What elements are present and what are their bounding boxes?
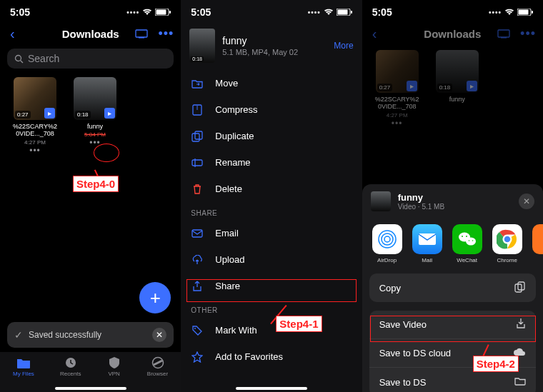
wechat-icon — [452, 224, 482, 254]
signal-dots-icon: •••• — [308, 9, 321, 16]
sheet-header: funny Video · 5.1 MB ✕ — [362, 184, 543, 218]
app-chrome[interactable]: Chrome — [492, 224, 522, 263]
cloud-icon — [513, 348, 526, 358]
action-share[interactable]: Share — [181, 273, 362, 299]
compress-icon — [191, 104, 204, 116]
annotation-line — [94, 169, 102, 184]
search-placeholder: Search — [28, 53, 59, 64]
wifi-icon — [142, 9, 152, 16]
annotation-label: Step4-0 — [73, 176, 119, 192]
check-icon: ✓ — [14, 329, 23, 341]
tab-label: My Files — [13, 371, 34, 377]
rename-icon — [191, 158, 204, 168]
svg-rect-17 — [192, 134, 199, 141]
action-delete[interactable]: Delete — [181, 176, 362, 202]
file-more-icon: ••• — [392, 119, 403, 129]
file-thumbnail: 0:18 — [189, 29, 215, 63]
nav-bar: ‹ Downloads ••• — [0, 21, 181, 46]
file-more-icon[interactable]: ••• — [29, 146, 41, 156]
app-more[interactable] — [532, 224, 543, 263]
share-apps-row[interactable]: AirDrop Mail WeChat Chrome — [362, 218, 543, 271]
video-duration: 0:18 — [191, 56, 204, 61]
file-item: 0:18 funny — [434, 50, 481, 129]
file-item[interactable]: 0:18 funny 5:04 PM ••• — [71, 77, 119, 156]
file-more-icon[interactable]: ••• — [89, 138, 101, 148]
more-link[interactable]: More — [334, 41, 353, 51]
action-upload[interactable]: Upload — [181, 246, 362, 273]
action-label: Move — [215, 78, 238, 89]
video-duration: 0:27 — [377, 84, 393, 91]
action-label: Copy — [379, 283, 401, 293]
app-mail[interactable]: Mail — [412, 224, 442, 263]
toast-text: Saved successfully — [29, 330, 101, 340]
video-duration: 0:27 — [15, 111, 31, 119]
tab-bar: My Files Recents VPN Browser — [0, 352, 181, 392]
sheet-actions-1: Copy — [369, 273, 536, 302]
action-save-ds-cloud[interactable]: Save to DS cloud — [369, 339, 536, 368]
add-button[interactable]: + — [139, 282, 171, 313]
wifi-icon — [504, 9, 514, 16]
plus-icon: + — [150, 287, 161, 309]
status-time: 5:05 — [372, 6, 392, 18]
app-partial-icon — [532, 224, 543, 254]
action-label: Add to Favorites — [215, 351, 283, 362]
action-save-ds[interactable]: Save to DS — [369, 368, 536, 392]
file-name: %22SCARY%20VIDE..._708 — [374, 96, 421, 111]
cast-icon[interactable] — [135, 29, 148, 39]
file-thumbnail: 0:27 — [376, 50, 419, 93]
upload-icon — [191, 255, 204, 265]
file-time: 4:27 PM — [24, 139, 46, 146]
toast-close-button[interactable]: ✕ — [152, 328, 166, 342]
tab-browser[interactable]: Browser — [147, 356, 168, 392]
app-wechat[interactable]: WeChat — [452, 224, 482, 263]
file-thumbnail: 0:27 — [14, 77, 56, 120]
action-duplicate[interactable]: Duplicate — [181, 123, 362, 149]
tab-label: Recents — [60, 371, 81, 377]
sheet-close-button[interactable]: ✕ — [519, 194, 534, 209]
svg-rect-4 — [139, 37, 144, 39]
signal-dots-icon: •••• — [489, 9, 502, 16]
page-title: Downloads — [62, 28, 119, 40]
tab-my-files[interactable]: My Files — [13, 356, 34, 392]
home-indicator[interactable] — [55, 387, 126, 390]
action-copy[interactable]: Copy — [369, 273, 536, 302]
action-compress[interactable]: Compress — [181, 96, 362, 123]
section-other: OTHER — [181, 299, 362, 317]
svg-rect-18 — [195, 131, 202, 139]
share-icon — [191, 281, 204, 292]
status-bar: 5:05 •••• — [362, 0, 543, 21]
action-email[interactable]: Email — [181, 220, 362, 246]
svg-rect-12 — [351, 11, 352, 14]
wifi-icon — [324, 9, 334, 16]
action-move[interactable]: Move — [181, 70, 362, 96]
svg-point-5 — [16, 55, 21, 61]
svg-line-6 — [21, 60, 23, 62]
email-icon — [191, 229, 204, 238]
action-add-favorites[interactable]: Add to Favorites — [181, 343, 362, 370]
search-icon — [14, 54, 24, 64]
svg-rect-1 — [156, 10, 166, 15]
back-button[interactable]: ‹ — [7, 26, 18, 41]
chrome-icon — [492, 224, 522, 254]
file-item[interactable]: 0:27 %22SCARY%20VIDE..._708 4:27 PM ••• — [11, 77, 59, 156]
action-rename[interactable]: Rename — [181, 149, 362, 176]
file-thumbnail — [371, 191, 391, 211]
file-thumbnail: 0:18 — [74, 77, 116, 120]
play-icon — [467, 81, 477, 91]
folder-icon — [514, 376, 526, 388]
cast-icon — [497, 29, 510, 39]
trash-icon — [191, 184, 204, 195]
action-label: Compress — [215, 104, 257, 115]
app-airdrop[interactable]: AirDrop — [372, 224, 402, 263]
action-mark-with[interactable]: Mark With — [181, 317, 362, 343]
duplicate-icon — [191, 131, 204, 142]
search-input[interactable]: Search — [7, 49, 174, 69]
svg-rect-2 — [169, 11, 171, 14]
file-name: %22SCARY%20VIDE..._708 — [11, 123, 59, 138]
file-grid: 0:27 %22SCARY%20VIDE..._708 4:27 PM ••• … — [362, 46, 543, 133]
status-time: 5:05 — [191, 6, 211, 18]
video-duration: 0:18 — [75, 111, 91, 119]
more-icon[interactable]: ••• — [158, 26, 174, 41]
action-save-video[interactable]: Save Video — [369, 311, 536, 339]
home-indicator[interactable] — [236, 387, 307, 390]
